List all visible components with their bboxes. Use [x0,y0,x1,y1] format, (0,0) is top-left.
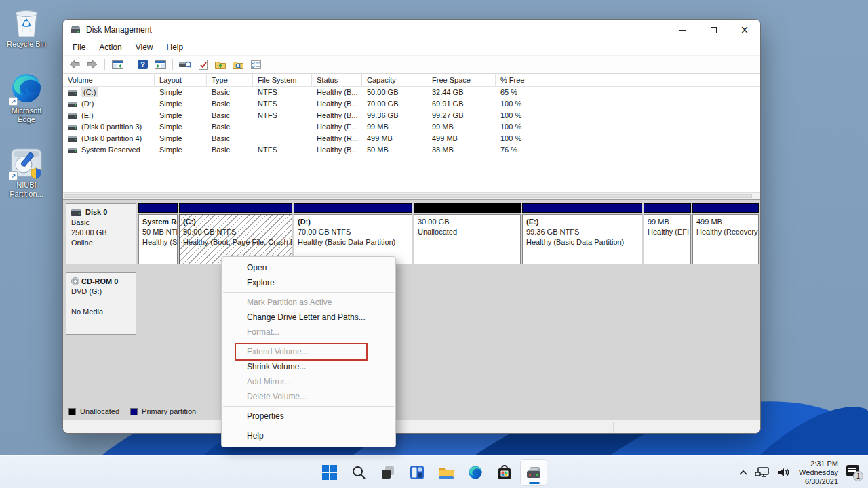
desktop-icon-niubi-partition[interactable]: ↗ NIUBIPartition... [0,146,53,199]
close-button[interactable]: × [729,20,760,40]
maximize-button[interactable] [698,20,729,40]
details-list-button[interactable] [249,58,262,71]
partition-status: Healthy (Basic Data Partition) [298,237,408,247]
cell-status: Healthy (E... [312,121,362,133]
desktop-icon-recycle-bin[interactable]: Recycle Bin [0,5,53,49]
cell-fs [253,121,312,133]
clock[interactable]: 2:31 PM Wednesday 6/30/2021 [799,460,838,486]
menu-item-explore[interactable]: Explore [222,275,395,290]
table-row-c[interactable]: (C:) Simple Basic NTFS Healthy (B... 50.… [63,87,760,98]
table-row-system-reserved[interactable]: System Reserved Simple Basic NTFS Health… [63,144,760,156]
volume-list-header: Volume Layout Type File System Status Ca… [63,74,760,87]
menu-item-extend-volume: Extend Volume... [222,344,395,359]
edge-button[interactable] [462,459,489,486]
show-console-tree-button[interactable] [111,58,124,71]
disk-management-taskbar-button[interactable] [520,459,547,486]
menu-item-shrink-volume[interactable]: Shrink Volume... [222,359,395,374]
title-bar[interactable]: Disk Management × [63,20,760,40]
hidden-icons-button[interactable] [738,469,748,476]
menu-file[interactable]: File [66,41,92,54]
file-explorer-button[interactable] [433,459,460,486]
task-view-button[interactable] [374,459,401,486]
table-row-partition3[interactable]: (Disk 0 partition 3) Simple Basic Health… [63,121,760,133]
menu-item-delete-volume: Delete Volume... [222,389,395,404]
desktop-icon-microsoft-edge[interactable]: ↗ MicrosoftEdge [0,72,53,124]
column-header-layout[interactable]: Layout [155,74,207,87]
show-console-tree-icon [112,60,123,69]
unallocated-bar [414,203,521,213]
cell-fs: NTFS [253,87,312,98]
app-icon [71,26,81,34]
horizontal-scrollbar[interactable] [63,192,760,199]
column-header-pct-free[interactable]: % Free [496,74,551,87]
disk0-info-panel[interactable]: Disk 0 Basic 250.00 GB Online [66,203,136,264]
cell-fs: NTFS [253,144,312,156]
column-header-free-space[interactable]: Free Space [427,74,496,87]
table-row-e[interactable]: (E:) Simple Basic NTFS Healthy (B... 99.… [63,110,760,121]
volume-button[interactable] [776,467,790,478]
hidden-icons-chevron-icon [738,469,748,476]
show-action-pane-icon [155,60,166,69]
niubi-partition-icon: ↗ [10,146,43,179]
check-document-button[interactable] [196,58,210,71]
graphical-view: Disk 0 Basic 250.00 GB Online System Res… [63,199,760,420]
toolbar-separator [104,59,105,70]
table-row-d[interactable]: (D:) Simple Basic NTFS Healthy (B... 70.… [63,98,760,110]
column-header-capacity[interactable]: Capacity [362,74,427,87]
legend-unallocated: Unallocated [68,407,119,415]
cell-layout: Simple [155,121,207,133]
menu-view[interactable]: View [129,41,160,54]
cell-type: Basic [207,121,253,133]
partition-unallocated[interactable]: 30.00 GB Unallocated [414,203,521,264]
partition-size: 70.00 GB NTFS [298,227,408,237]
cell-fs: NTFS [253,110,312,121]
column-header-volume[interactable]: Volume [63,74,155,87]
column-header-type[interactable]: Type [207,74,253,87]
menu-help[interactable]: Help [160,41,191,54]
forward-button[interactable] [85,58,99,71]
back-button[interactable] [68,58,81,71]
store-button[interactable] [491,459,518,486]
menu-item-help[interactable]: Help [222,428,395,443]
cell-layout: Simple [155,110,207,121]
disk-probe-button[interactable] [178,58,192,71]
menu-item-open[interactable]: Open [222,260,395,275]
scrollbar-thumb[interactable] [64,194,752,198]
volume-icon [68,125,77,130]
check-document-icon [199,60,208,70]
network-button[interactable] [755,466,770,479]
partition-c-selected[interactable]: (C:) 50.00 GB NTFS Healthy (Boot, Page F… [179,203,292,264]
column-header-status[interactable]: Status [312,74,362,87]
column-header-file-system[interactable]: File System [253,74,312,87]
menu-item-change-drive-letter[interactable]: Change Drive Letter and Paths... [222,310,395,325]
search-button[interactable] [345,459,372,486]
minimize-button[interactable] [667,20,698,40]
table-row-partition4[interactable]: (Disk 0 partition 4) Simple Basic Health… [63,133,760,144]
primary-partition-bar [294,203,412,213]
help-button[interactable]: ? [136,58,149,71]
maximize-icon [711,27,717,33]
toolbar-separator [130,59,130,70]
show-action-pane-button[interactable] [153,58,167,71]
cdrom-info-panel[interactable]: CD-ROM 0 DVD (G:) No Media [66,272,136,335]
partition-system-reserved[interactable]: System Reserved 50 MB NTFS Healthy (Syst… [138,203,178,264]
partition-d[interactable]: (D:) 70.00 GB NTFS Healthy (Basic Data P… [294,203,412,264]
partition-recovery[interactable]: 499 MB Healthy (Recovery Partition) [692,203,759,264]
menu-separator [223,292,394,293]
folder-search-button[interactable] [231,58,245,71]
start-button[interactable] [316,459,343,486]
forward-icon [87,60,98,69]
partition-size: 99.36 GB NTFS [526,227,638,237]
menu-item-properties[interactable]: Properties [222,409,395,424]
cdrom-status: No Media [71,307,131,317]
file-explorer-icon [438,465,454,480]
volume-icon [68,90,77,96]
widgets-button[interactable] [403,459,431,486]
notification-center-button[interactable]: 1 [846,465,863,480]
folder-up-button[interactable] [214,58,227,71]
cell-pct-free: 76 % [496,144,551,156]
partition-efi[interactable]: 99 MB Healthy (EFI System Partition) [644,203,691,264]
partition-e[interactable]: (E:) 99.36 GB NTFS Healthy (Basic Data P… [522,203,642,264]
menu-action[interactable]: Action [92,41,128,54]
cd-icon [71,277,79,285]
